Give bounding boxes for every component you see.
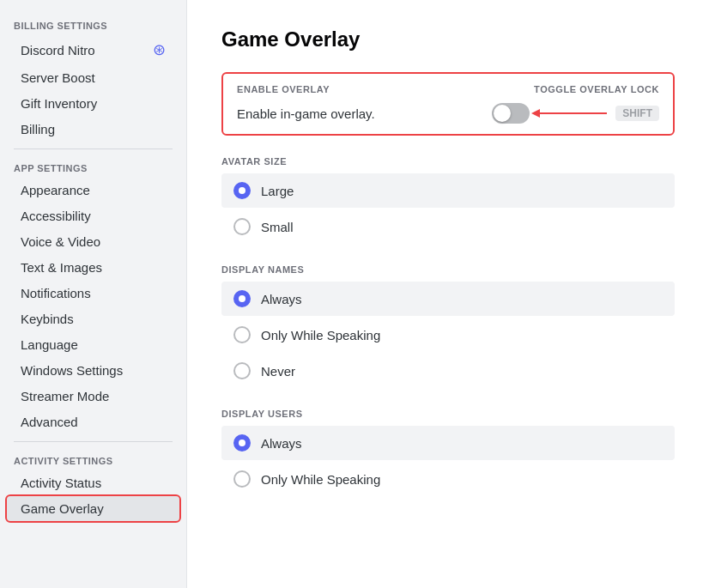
sidebar-item-billing[interactable]: Billing [7, 117, 179, 142]
gift-inventory-label: Gift Inventory [21, 96, 97, 111]
sidebar-item-keybinds[interactable]: Keybinds [7, 306, 179, 331]
sidebar-item-discord-nitro[interactable]: Discord Nitro ⊛ [7, 35, 179, 64]
accessibility-label: Accessibility [21, 209, 91, 223]
sidebar-item-server-boost[interactable]: Server Boost [7, 65, 179, 90]
sidebar-item-gift-inventory[interactable]: Gift Inventory [7, 91, 179, 116]
display-users-only-while-speaking-label: Only While Speaking [261, 472, 380, 487]
enable-overlay-label: ENABLE OVERLAY [237, 84, 330, 94]
avatar-size-section: AVATAR SIZE Large Small [221, 156, 675, 244]
avatar-small-option[interactable]: Small [221, 209, 675, 244]
arrow-annotation [538, 112, 607, 114]
display-never-radio[interactable] [233, 362, 251, 379]
display-users-label: DISPLAY USERS [221, 409, 675, 419]
sidebar-item-accessibility[interactable]: Accessibility [7, 203, 179, 228]
billing-divider [14, 149, 173, 149]
arrow-head [531, 109, 540, 118]
display-never-option[interactable]: Never [221, 354, 675, 388]
app-divider [14, 441, 173, 442]
display-users-always-radio[interactable] [233, 434, 251, 452]
display-only-while-speaking-option[interactable]: Only While Speaking [221, 318, 675, 352]
display-names-section: DISPLAY NAMES Always Only While Speaking… [221, 264, 675, 388]
enable-overlay-toggle[interactable]: ✕ [492, 103, 530, 124]
avatar-large-label: Large [261, 184, 294, 198]
avatar-small-label: Small [261, 220, 294, 234]
display-never-label: Never [261, 364, 295, 379]
sidebar-item-streamer-mode[interactable]: Streamer Mode [7, 384, 179, 409]
display-users-always-option[interactable]: Always [221, 426, 675, 460]
display-always-radio[interactable] [233, 290, 251, 307]
sidebar-item-appearance[interactable]: Appearance [7, 178, 179, 203]
streamer-mode-label: Streamer Mode [21, 389, 109, 403]
server-boost-label: Server Boost [21, 70, 95, 85]
enable-description: Enable in-game overlay. [237, 106, 375, 121]
voice-video-label: Voice & Video [21, 234, 100, 249]
display-only-while-speaking-label: Only While Speaking [261, 328, 380, 342]
activity-status-label: Activity Status [21, 476, 101, 490]
display-always-option[interactable]: Always [221, 282, 675, 316]
nitro-icon: ⊛ [153, 40, 166, 59]
appearance-label: Appearance [21, 183, 90, 197]
sidebar-item-game-overlay[interactable]: Game Overlay [7, 496, 179, 521]
display-users-only-while-speaking-option[interactable]: Only While Speaking [221, 462, 675, 496]
sidebar-item-voice-video[interactable]: Voice & Video [7, 229, 179, 254]
display-users-always-label: Always [261, 436, 302, 451]
display-users-section: DISPLAY USERS Always Only While Speaking [221, 409, 675, 496]
display-always-label: Always [261, 292, 302, 306]
sidebar: BILLING SETTINGS Discord Nitro ⊛ Server … [0, 0, 187, 588]
sidebar-item-windows-settings[interactable]: Windows Settings [7, 358, 179, 383]
sidebar-item-advanced[interactable]: Advanced [7, 409, 179, 434]
avatar-large-option[interactable]: Large [221, 173, 675, 208]
enable-overlay-box: ENABLE OVERLAY TOGGLE OVERLAY LOCK Enabl… [221, 72, 675, 136]
shift-key-label: SHIFT [615, 106, 659, 121]
discord-nitro-label: Discord Nitro [21, 43, 95, 58]
sidebar-item-notifications[interactable]: Notifications [7, 281, 179, 306]
billing-settings-label: BILLING SETTINGS [0, 14, 186, 34]
billing-label: Billing [21, 122, 55, 136]
display-users-only-while-speaking-radio[interactable] [233, 470, 251, 488]
arrow-line [538, 112, 607, 114]
sidebar-item-text-images[interactable]: Text & Images [7, 255, 179, 280]
toggle-overlay-lock-label: TOGGLE OVERLAY LOCK [534, 84, 659, 94]
notifications-label: Notifications [21, 286, 91, 300]
display-only-while-speaking-radio[interactable] [233, 326, 251, 343]
activity-settings-label: ACTIVITY SETTINGS [0, 449, 186, 470]
page-title: Game Overlay [221, 27, 675, 52]
avatar-size-label: AVATAR SIZE [221, 156, 675, 167]
avatar-small-radio[interactable] [233, 218, 251, 235]
windows-settings-label: Windows Settings [21, 363, 123, 378]
language-label: Language [21, 337, 78, 352]
keybinds-label: Keybinds [21, 312, 74, 326]
game-overlay-label: Game Overlay [21, 501, 104, 516]
text-images-label: Text & Images [21, 260, 102, 275]
avatar-large-radio[interactable] [233, 182, 251, 199]
sidebar-item-language[interactable]: Language [7, 332, 179, 357]
app-settings-label: APP SETTINGS [0, 156, 186, 177]
toggle-knob [494, 105, 511, 122]
main-content: Game Overlay ENABLE OVERLAY TOGGLE OVERL… [187, 0, 709, 588]
advanced-label: Advanced [21, 415, 78, 429]
display-names-label: DISPLAY NAMES [221, 264, 675, 275]
sidebar-item-activity-status[interactable]: Activity Status [7, 470, 179, 495]
